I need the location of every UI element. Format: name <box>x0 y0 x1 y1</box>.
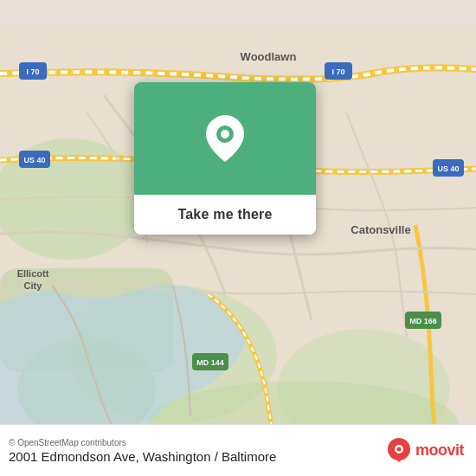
svg-text:Woodlawn: Woodlawn <box>241 50 297 63</box>
svg-point-27 <box>396 447 401 451</box>
take-me-there-button[interactable]: Take me there <box>134 195 316 235</box>
svg-text:MD 144: MD 144 <box>196 358 224 367</box>
svg-text:City: City <box>24 280 43 291</box>
moovit-text: moovit <box>415 441 464 460</box>
popup-map-area <box>134 82 316 195</box>
svg-text:I 70: I 70 <box>26 68 39 76</box>
moovit-logo: moovit <box>386 438 464 464</box>
svg-text:MD 166: MD 166 <box>409 317 437 325</box>
svg-text:US 40: US 40 <box>437 164 459 173</box>
location-pin-icon <box>206 115 244 162</box>
address-text: 2001 Edmondson Ave, Washington / Baltimo… <box>9 449 276 464</box>
osm-credit: © OpenStreetMap contributors <box>9 438 276 447</box>
popup-card: Take me there <box>134 82 316 235</box>
map-background: I 70 I 70 US 40 US 40 MD 144 MD 166 Wood… <box>0 0 476 476</box>
bottom-left: © OpenStreetMap contributors 2001 Edmond… <box>9 438 276 464</box>
svg-point-24 <box>221 130 229 138</box>
svg-text:Catonsville: Catonsville <box>351 223 410 236</box>
svg-text:US 40: US 40 <box>23 156 45 164</box>
map-container: I 70 I 70 US 40 US 40 MD 144 MD 166 Wood… <box>0 0 476 476</box>
svg-text:Ellicott: Ellicott <box>17 268 49 279</box>
moovit-icon <box>386 438 412 464</box>
svg-text:I 70: I 70 <box>331 68 344 76</box>
bottom-bar: © OpenStreetMap contributors 2001 Edmond… <box>0 424 476 476</box>
